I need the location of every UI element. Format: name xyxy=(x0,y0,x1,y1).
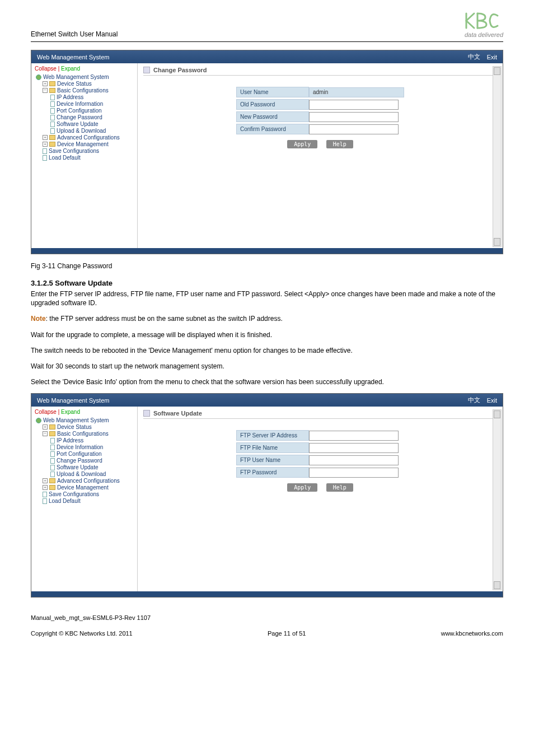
page-icon xyxy=(50,472,55,477)
tree-advanced-config[interactable]: +Advanced Configurations xyxy=(35,478,134,484)
label-confirm-password: Confirm Password xyxy=(236,124,309,134)
panel-icon xyxy=(143,410,150,417)
label-ftp-user: FTP User Name xyxy=(236,455,309,465)
help-button[interactable]: Help xyxy=(326,140,353,148)
lang-link[interactable]: 中文 xyxy=(468,53,480,61)
input-old-password[interactable] xyxy=(309,100,399,110)
apply-button[interactable]: Apply xyxy=(287,140,317,148)
kbc-logo: data delivered xyxy=(463,11,503,38)
panel-title: Software Update xyxy=(153,410,202,417)
tree-change-password[interactable]: Change Password xyxy=(35,458,134,464)
tree-software-update[interactable]: Software Update xyxy=(35,121,134,127)
tree-device-mgmt[interactable]: +Device Management xyxy=(35,141,134,147)
figure-caption-1: Fig 3-11 Change Password xyxy=(31,262,503,270)
folder-icon xyxy=(49,88,55,93)
tree-device-info[interactable]: Device Information xyxy=(35,101,134,107)
tree-port-config[interactable]: Port Configuration xyxy=(35,451,134,457)
tree-ip-address[interactable]: IP Address xyxy=(35,437,134,444)
tree-basic-config[interactable]: −Basic Configurations xyxy=(35,431,134,437)
nav-tree: Collapse | Expand Web Management System … xyxy=(31,407,138,591)
page-icon xyxy=(43,498,47,504)
panel-icon xyxy=(143,67,150,73)
lang-link[interactable]: 中文 xyxy=(468,396,480,404)
panel-title: Change Password xyxy=(153,67,207,73)
tree-expand[interactable]: Expand xyxy=(61,409,80,415)
scrollbar[interactable] xyxy=(493,409,502,590)
page-icon xyxy=(50,451,55,457)
page-icon xyxy=(50,101,55,107)
input-confirm-password[interactable] xyxy=(309,124,399,134)
tree-expand[interactable]: Expand xyxy=(61,66,80,72)
label-username: User Name xyxy=(236,87,309,97)
scrollbar[interactable] xyxy=(493,66,502,247)
page-icon xyxy=(43,492,47,497)
tree-basic-config[interactable]: −Basic Configurations xyxy=(35,87,134,94)
tree-root[interactable]: Web Management System xyxy=(35,74,134,80)
footer-url: www.kbcnetworks.com xyxy=(441,630,503,637)
section-heading: 3.1.2.5 Software Update xyxy=(31,279,503,287)
value-username: admin xyxy=(309,87,404,97)
page-icon xyxy=(50,108,55,114)
tree-load-default[interactable]: Load Default xyxy=(35,498,134,504)
tree-advanced-config[interactable]: +Advanced Configurations xyxy=(35,134,134,141)
footer-manual-id: Manual_web_mgt_sw-ESML6-P3-Rev 1107 xyxy=(31,614,503,621)
minus-icon: − xyxy=(43,431,48,436)
input-ftp-password[interactable] xyxy=(309,468,399,478)
page-icon xyxy=(43,148,47,154)
plus-icon: + xyxy=(43,478,48,483)
nav-tree: Collapse | Expand Web Management System … xyxy=(31,63,138,248)
folder-icon xyxy=(49,424,55,430)
tree-save-config[interactable]: Save Configurations xyxy=(35,491,134,497)
label-old-password: Old Password xyxy=(236,99,309,110)
logo-tagline: data delivered xyxy=(463,31,503,38)
tree-collapse[interactable]: Collapse xyxy=(35,409,57,415)
tree-change-password[interactable]: Change Password xyxy=(35,114,134,120)
input-new-password[interactable] xyxy=(309,112,399,122)
paragraph-4: Wait for 30 seconds to start up the netw… xyxy=(31,362,503,371)
tree-load-default[interactable]: Load Default xyxy=(35,155,134,161)
tree-device-mgmt[interactable]: +Device Management xyxy=(35,484,134,491)
folder-icon xyxy=(49,81,55,86)
tree-save-config[interactable]: Save Configurations xyxy=(35,148,134,154)
wms-title: Web Management System xyxy=(37,397,109,404)
tree-device-status[interactable]: +Device Status xyxy=(35,81,134,87)
tree-upload-download[interactable]: Upload & Download xyxy=(35,128,134,134)
footer-copyright: Copyright © KBC Networks Ltd. 2011 xyxy=(31,630,133,637)
exit-link[interactable]: Exit xyxy=(487,397,497,404)
tree-device-status[interactable]: +Device Status xyxy=(35,424,134,430)
input-ftp-user[interactable] xyxy=(309,455,399,465)
folder-icon xyxy=(49,478,55,483)
plus-icon: + xyxy=(43,485,48,490)
tree-device-info[interactable]: Device Information xyxy=(35,444,134,450)
page-icon xyxy=(50,122,55,127)
note-line: Note: the FTP server address must be on … xyxy=(31,314,503,323)
exit-link[interactable]: Exit xyxy=(487,54,497,60)
page-icon xyxy=(50,438,55,444)
folder-icon xyxy=(49,485,55,490)
input-ftp-ip[interactable] xyxy=(309,431,399,441)
plus-icon: + xyxy=(43,142,48,147)
wms-title: Web Management System xyxy=(37,54,109,60)
screenshot-software-update: Web Management System 中文 Exit Collapse |… xyxy=(31,393,503,598)
help-button[interactable]: Help xyxy=(326,483,353,492)
folder-icon xyxy=(49,431,55,436)
tree-upload-download[interactable]: Upload & Download xyxy=(35,471,134,477)
label-ftp-ip: FTP Server IP Address xyxy=(236,430,309,441)
tree-port-config[interactable]: Port Configuration xyxy=(35,108,134,114)
folder-icon xyxy=(49,142,55,147)
minus-icon: − xyxy=(43,88,48,93)
page-icon xyxy=(50,115,55,120)
page-icon xyxy=(43,155,47,161)
tree-ip-address[interactable]: IP Address xyxy=(35,94,134,100)
plus-icon: + xyxy=(43,135,48,140)
tree-software-update[interactable]: Software Update xyxy=(35,464,134,470)
page-icon xyxy=(50,95,55,100)
tree-root[interactable]: Web Management System xyxy=(35,417,134,423)
paragraph-2: Wait for the upgrade to complete, a mess… xyxy=(31,330,503,339)
input-ftp-file[interactable] xyxy=(309,443,399,453)
apply-button[interactable]: Apply xyxy=(287,483,317,492)
paragraph-1: Enter the FTP server IP address, FTP fil… xyxy=(31,290,503,307)
tree-collapse[interactable]: Collapse xyxy=(35,66,57,72)
screenshot-change-password: Web Management System 中文 Exit Collapse |… xyxy=(31,50,503,254)
page-icon xyxy=(50,465,55,470)
